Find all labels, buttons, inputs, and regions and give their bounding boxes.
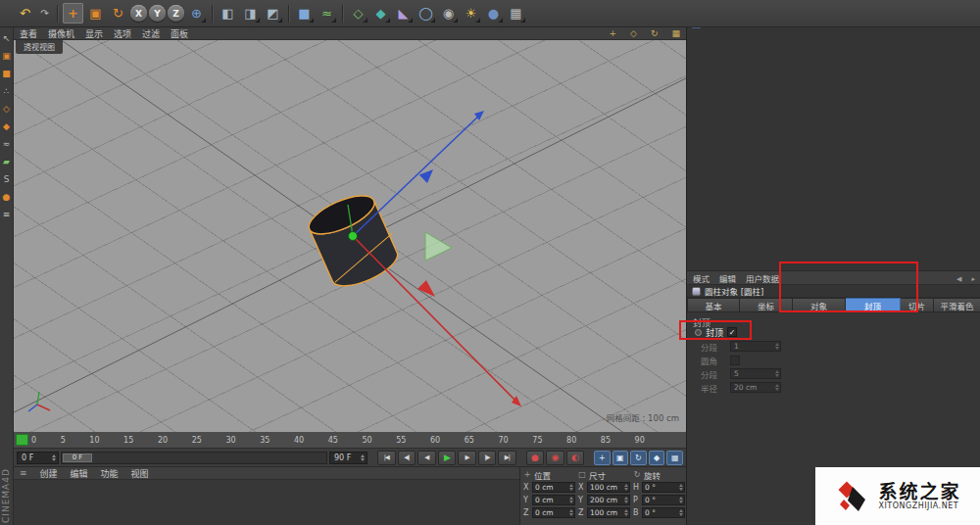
current-frame-field[interactable]: 0 F — [17, 452, 59, 464]
timeline-ruler[interactable]: 0 5 10 15 20 25 30 35 40 45 50 55 60 65 … — [14, 432, 686, 449]
viewport-menu-display[interactable]: 显示 — [85, 27, 103, 40]
add-spline-icon[interactable]: ≈ — [317, 3, 337, 24]
add-primitive-icon[interactable]: ■ — [294, 3, 315, 24]
rotation-handle[interactable] — [425, 232, 452, 261]
model-mode-icon[interactable]: ▣ — [1, 50, 13, 62]
tab-object[interactable]: 对象 — [793, 298, 846, 312]
x-axis-lock-button[interactable]: X — [130, 5, 147, 22]
history-forward-icon[interactable] — [971, 273, 975, 283]
viewport-menu-camera[interactable]: 摄像机 — [48, 27, 74, 40]
y-axis-lock-button[interactable]: Y — [149, 5, 166, 22]
s-shortcut-icon[interactable]: S — [1, 173, 13, 185]
menu-edit[interactable]: 编辑 — [71, 467, 88, 480]
redo-icon[interactable]: ↷ — [37, 3, 52, 24]
add-mograph-icon[interactable]: ◆ — [370, 3, 391, 24]
coordinate-system-icon[interactable]: ⊕ — [186, 3, 207, 24]
record-pla-button[interactable]: ▦ — [666, 451, 683, 465]
rotation-h-field[interactable]: 0 ° — [642, 482, 685, 493]
material-manager-panel[interactable] — [14, 479, 519, 525]
size-y-field[interactable]: 200 cm — [587, 495, 630, 505]
x-axis-handle[interactable] — [417, 280, 435, 297]
add-camera-icon[interactable]: ◉ — [438, 3, 459, 24]
menu-create[interactable]: 创建 — [40, 467, 58, 480]
add-light-icon[interactable]: ☀ — [461, 3, 481, 24]
am-menu-mode[interactable]: 模式 — [693, 272, 710, 284]
record-scale-button[interactable]: ▣ — [612, 451, 629, 465]
am-menu-userdata[interactable]: 用户数据 — [746, 272, 779, 284]
render-settings-icon[interactable]: ◩ — [263, 3, 283, 24]
prev-frame-button[interactable]: ◀ — [417, 451, 436, 465]
position-y-field[interactable]: 0 cm — [532, 495, 575, 505]
position-z-field[interactable]: 0 cm — [532, 507, 575, 518]
tab-phong[interactable]: 平滑着色 — [934, 298, 980, 312]
spline-pen-icon[interactable]: ≈ — [1, 138, 13, 150]
size-x-field[interactable]: 100 cm — [587, 482, 630, 493]
next-key-button[interactable]: |▶ — [478, 451, 497, 465]
rotate-tool-icon[interactable]: ↻ — [108, 3, 128, 24]
position-x-field[interactable]: 0 cm — [532, 482, 575, 493]
maximize-view-icon[interactable]: ▦ — [671, 28, 680, 38]
record-keyframe-button[interactable]: ● — [526, 451, 545, 465]
timeline-position-marker[interactable] — [16, 434, 28, 446]
pan-view-icon[interactable]: + — [609, 28, 616, 38]
size-z-field[interactable]: 100 cm — [587, 507, 630, 518]
autokey-button[interactable]: ◉ — [546, 451, 564, 465]
render-picture-viewer-icon[interactable]: ◨ — [240, 3, 261, 24]
add-environment-icon[interactable]: ◯ — [416, 3, 436, 24]
prev-key-button[interactable]: ◀| — [398, 451, 416, 465]
snap-icon[interactable]: ▦ — [506, 3, 526, 24]
z-axis-line[interactable] — [353, 114, 481, 236]
viewport-tab-label[interactable]: 透视视图 — [16, 40, 63, 54]
end-frame-field[interactable]: 90 F — [329, 452, 368, 464]
tab-basic[interactable]: 基本 — [687, 298, 740, 312]
tab-caps[interactable]: 封顶 — [846, 298, 901, 312]
points-mode-icon[interactable]: ∴ — [1, 85, 13, 97]
record-position-button[interactable]: + — [594, 451, 611, 465]
rotate-view-icon[interactable]: ↻ — [651, 28, 659, 38]
next-frame-button[interactable]: ▶ — [458, 451, 476, 465]
live-selection-icon[interactable]: ↖ — [1, 32, 13, 44]
fillet-radius-field[interactable]: 20 cm — [730, 382, 781, 393]
workplane-icon[interactable]: ▰ — [1, 156, 13, 167]
tab-coordinates[interactable]: 坐标 — [740, 298, 793, 312]
record-rotation-button[interactable]: ↻ — [630, 451, 647, 465]
history-back-icon[interactable] — [956, 273, 961, 283]
material-slot-icon[interactable]: ● — [1, 191, 13, 203]
x-axis-line[interactable] — [353, 236, 517, 403]
viewport-menu-view[interactable]: 查看 — [20, 27, 37, 40]
viewport-3d-scene[interactable] — [14, 40, 686, 432]
undo-icon[interactable]: ↶ — [15, 3, 35, 24]
scale-tool-icon[interactable]: ▣ — [85, 3, 106, 24]
am-menu-edit[interactable]: 编辑 — [719, 272, 736, 284]
menu-function[interactable]: 功能 — [101, 467, 119, 480]
move-tool-icon[interactable]: + — [63, 3, 83, 24]
viewport-menu-options[interactable]: 选项 — [114, 27, 131, 40]
range-slider-handle[interactable]: 0 F — [63, 453, 92, 462]
window-menu-icon[interactable] — [20, 468, 27, 478]
rotation-p-field[interactable]: 0 ° — [642, 495, 685, 505]
keyframe-options-button[interactable]: ◐ — [566, 451, 585, 465]
viewport-menu-panel[interactable]: 面板 — [171, 27, 188, 40]
cap-segments-field[interactable]: 1 — [730, 341, 781, 352]
tab-slice[interactable]: 切片 — [901, 298, 934, 312]
object-origin-handle[interactable] — [349, 232, 358, 241]
play-button[interactable]: ▶ — [438, 451, 457, 465]
record-parameter-button[interactable]: ◆ — [649, 451, 665, 465]
frame-range-slider[interactable]: 0 F — [61, 452, 327, 464]
edges-mode-icon[interactable]: ◇ — [1, 103, 13, 115]
frame-spinner[interactable] — [359, 454, 365, 461]
goto-start-button[interactable]: |◀ — [377, 451, 396, 465]
object-mode-icon[interactable]: ■ — [1, 68, 13, 79]
caps-checkbox[interactable]: ✓ — [727, 327, 737, 337]
goto-end-button[interactable]: ▶| — [498, 451, 516, 465]
fillet-checkbox[interactable] — [730, 356, 740, 365]
add-generator-icon[interactable]: ◇ — [348, 3, 368, 24]
z-axis-lock-button[interactable]: Z — [168, 5, 184, 22]
add-material-icon[interactable]: ● — [483, 3, 504, 24]
viewport-menu-filter[interactable]: 过滤 — [142, 27, 160, 40]
rotation-b-field[interactable]: 0 ° — [642, 507, 685, 518]
param-toggle-icon[interactable] — [695, 329, 702, 336]
frame-spinner[interactable] — [50, 454, 56, 461]
zoom-view-icon[interactable]: ◇ — [630, 28, 637, 38]
add-deformer-icon[interactable]: ◣ — [393, 3, 414, 24]
